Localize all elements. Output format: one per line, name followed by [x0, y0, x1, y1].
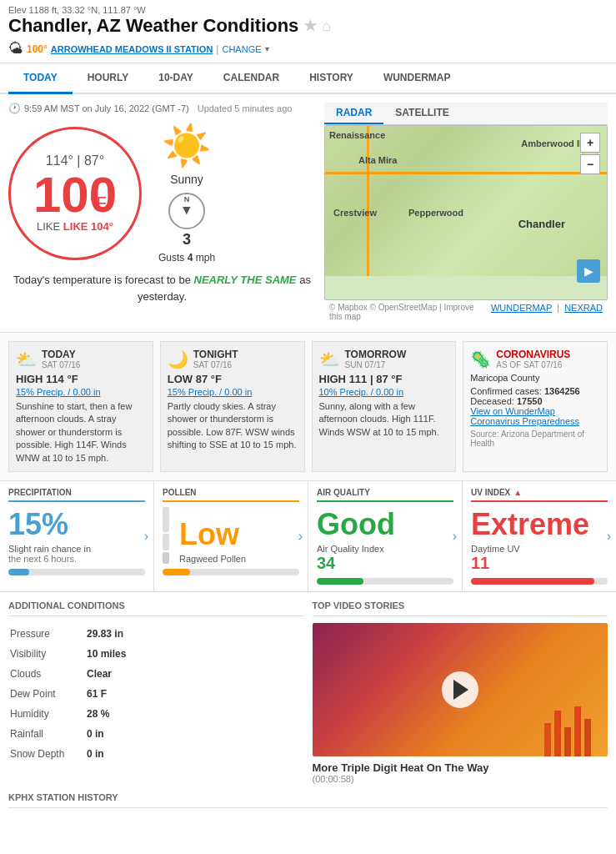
- condition-value: 0 in: [87, 725, 303, 743]
- tonight-title: TONIGHT: [193, 349, 238, 360]
- pollen-chevron-icon[interactable]: ›: [298, 529, 303, 544]
- pollen-bar: [163, 569, 190, 575]
- map-pepperwood-label: Pepperwood: [408, 208, 463, 218]
- map-links-bar: © Mapbox © OpenStreetMap | Improve this …: [324, 300, 608, 324]
- wundermap-link[interactable]: WUNDERMAP: [491, 303, 552, 321]
- home-icon[interactable]: ⌂: [322, 18, 331, 35]
- video-play-button[interactable]: [442, 671, 478, 708]
- precipitation-chevron-icon[interactable]: ›: [144, 529, 148, 544]
- map-play-button[interactable]: ▶: [577, 259, 600, 283]
- tomorrow-precip[interactable]: 10% Precip. / 0.00 in: [319, 387, 449, 397]
- nexrad-link[interactable]: NEXRAD: [564, 303, 603, 321]
- weather-condition-icon: ☀️: [162, 123, 212, 169]
- preparedness-link[interactable]: Coronavirus Preparedness: [470, 416, 600, 426]
- map-tab-satellite[interactable]: SATELLITE: [383, 103, 460, 124]
- county-name: Maricopa County: [470, 373, 600, 383]
- conditions-row: Pressure29.83 in: [10, 625, 303, 643]
- map-area[interactable]: Chandler Amberwood II Alta Mira Crestvie…: [324, 125, 608, 300]
- tab-today[interactable]: TODAY: [8, 63, 73, 94]
- uv-warning-icon: ▲: [513, 488, 522, 497]
- precipitation-title: PRECIPITATION: [8, 488, 145, 502]
- tab-10day[interactable]: 10-DAY: [143, 63, 208, 94]
- tab-history[interactable]: HISTORY: [294, 63, 368, 94]
- station-history-title: KPHX STATION HISTORY: [8, 792, 608, 808]
- top-video-panel: TOP VIDEO STORIES More Triple Digit Heat…: [313, 600, 608, 784]
- tomorrow-high-label: HIGH 111 | 87 °F: [319, 373, 449, 385]
- map-tab-bar: RADAR SATELLITE: [324, 103, 608, 125]
- station-temperature: 100°: [27, 43, 48, 55]
- conditions-row: CloudsClear: [10, 665, 303, 683]
- condition-value: 10 miles: [87, 645, 303, 663]
- map-zoom-in-button[interactable]: +: [580, 133, 600, 153]
- additional-conditions-panel: ADDITIONAL CONDITIONS Pressure29.83 inVi…: [8, 600, 304, 784]
- air-quality-chevron-icon[interactable]: ›: [453, 529, 457, 544]
- forecast-box-tonight: 🌙 TONIGHT SAT 07/16 LOW 87 °F 15% Precip…: [160, 341, 305, 472]
- main-navigation: TODAY HOURLY 10-DAY CALENDAR HISTORY WUN…: [0, 63, 616, 94]
- map-tab-radar[interactable]: RADAR: [324, 103, 383, 124]
- air-quality-widget: AIR QUALITY Good Air Quality Index 34 ›: [308, 481, 463, 591]
- wind-gust-label: Gusts 4 mph: [158, 252, 215, 264]
- weather-icon-area: ☀️ Sunny N ▲ 3 Gusts 4 mph: [158, 123, 215, 264]
- tonight-description: Partly cloudy skies. A stray shower or t…: [168, 400, 298, 452]
- dropdown-arrow-icon: ▾: [265, 44, 269, 53]
- precipitation-bar: [8, 569, 29, 575]
- condition-label: Visibility: [10, 645, 85, 663]
- precipitation-widget: PRECIPITATION 15% Slight rain chance in …: [0, 481, 154, 591]
- video-thumbnail[interactable]: [313, 623, 608, 756]
- wundermap-covid-link[interactable]: View on WunderMap: [470, 406, 600, 416]
- bottom-row: ADDITIONAL CONDITIONS Pressure29.83 inVi…: [0, 592, 616, 792]
- video-duration: (00:00:58): [313, 774, 608, 784]
- conditions-row: Humidity28 %: [10, 705, 303, 723]
- map-city-label: Chandler: [518, 218, 565, 230]
- weather-description: Sunny: [170, 173, 203, 186]
- tomorrow-description: Sunny, along with a few afternoon clouds…: [319, 400, 449, 439]
- condition-label: Clouds: [10, 665, 85, 683]
- aqi-bar: [317, 578, 363, 585]
- coronavirus-icon: 🦠: [470, 349, 491, 369]
- today-precip[interactable]: 15% Precip. / 0.00 in: [16, 387, 146, 397]
- condition-value: 29.83 in: [87, 625, 303, 643]
- condition-label: Humidity: [10, 705, 85, 723]
- map-renaissance-label: Renaissance: [329, 130, 385, 140]
- today-high-label: HIGH 114 °F: [16, 373, 146, 385]
- condition-value: Clear: [87, 665, 303, 683]
- map-image: Chandler Amberwood II Alta Mira Crestvie…: [325, 126, 607, 276]
- tonight-precip[interactable]: 15% Precip. / 0.00 in: [168, 387, 298, 397]
- deceased-count: Deceased: 17550: [470, 396, 600, 406]
- air-quality-title: AIR QUALITY: [317, 488, 453, 502]
- uv-sub: Daytime UV: [471, 544, 608, 554]
- timestamp-text: 9:59 AM MST on July 16, 2022 (GMT -7): [24, 103, 189, 113]
- station-sun-icon: 🌤: [8, 40, 23, 58]
- map-zoom-out-button[interactable]: −: [580, 154, 600, 174]
- tab-hourly[interactable]: HOURLY: [73, 63, 144, 94]
- clock-icon: 🕐: [8, 103, 21, 114]
- star-icon[interactable]: ★: [303, 17, 317, 35]
- temperature-unit: °F: [90, 193, 107, 213]
- condition-value: 28 %: [87, 705, 303, 723]
- condition-label: Rainfall: [10, 725, 85, 743]
- timestamp-bar: 🕐 9:59 AM MST on July 16, 2022 (GMT -7) …: [8, 103, 316, 114]
- pollen-widget: POLLEN Low Ragweed Pollen ›: [154, 481, 308, 591]
- play-triangle-icon: [453, 680, 468, 700]
- today-weather-icon: ⛅: [16, 349, 37, 369]
- coronavirus-date: AS OF SAT 07/16: [496, 360, 570, 369]
- uv-value: Extreme: [471, 507, 608, 542]
- video-title[interactable]: More Triple Digit Heat On The Way: [313, 761, 608, 774]
- precipitation-value: 15%: [8, 507, 145, 542]
- tab-wundermap[interactable]: WUNDERMAP: [368, 63, 466, 94]
- tonight-weather-icon: 🌙: [168, 349, 188, 369]
- updated-text: Updated 5 minutes ago: [198, 103, 293, 113]
- wind-compass: N ▲ 3: [168, 193, 205, 249]
- tomorrow-weather-icon: ⛅: [319, 349, 340, 369]
- pollen-value: Low: [179, 517, 246, 552]
- tab-calendar[interactable]: CALENDAR: [208, 63, 294, 94]
- condition-value: 0 in: [87, 745, 303, 763]
- aqi-label: Air Quality Index: [317, 544, 453, 554]
- uv-bar: [471, 578, 594, 585]
- compass-north-label: N: [184, 195, 190, 203]
- uv-chevron-icon[interactable]: ›: [607, 529, 611, 544]
- station-name[interactable]: ARROWHEAD MEADOWS II STATION: [51, 44, 213, 54]
- change-station-button[interactable]: CHANGE: [222, 44, 261, 54]
- forecast-row: ⛅ TODAY SAT 07/16 HIGH 114 °F 15% Precip…: [0, 332, 616, 480]
- condition-value: 61 F: [87, 685, 303, 703]
